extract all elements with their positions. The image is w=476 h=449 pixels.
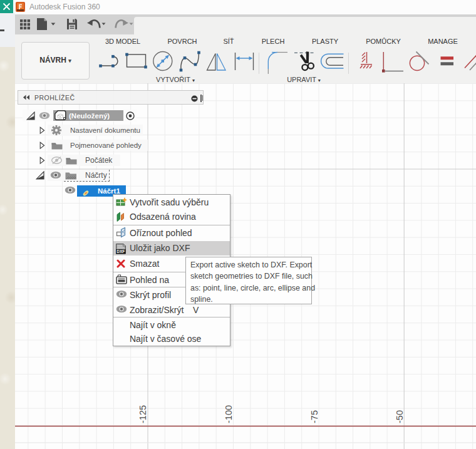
svg-text:-100: -100 <box>224 405 234 423</box>
svg-text:-75: -75 <box>309 410 319 423</box>
svg-text:DXF: DXF <box>116 249 125 254</box>
svg-text:-50: -50 <box>395 410 405 423</box>
svg-text:-125: -125 <box>138 405 148 423</box>
